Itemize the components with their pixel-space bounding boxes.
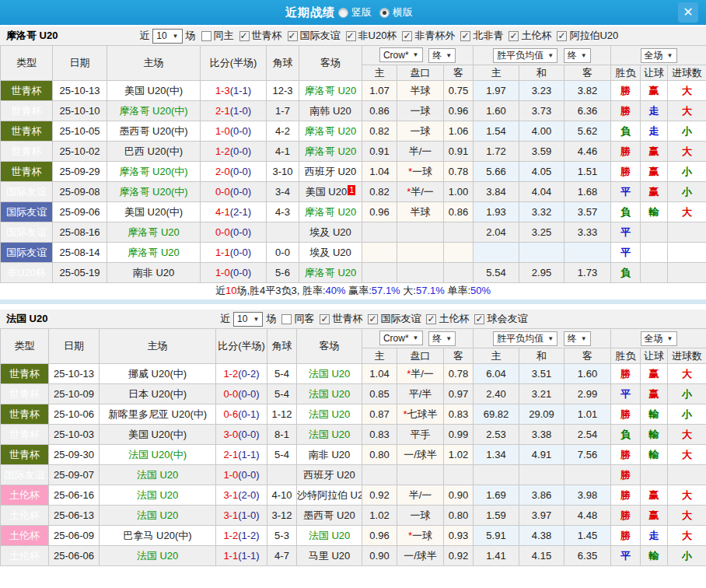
crow-final-select[interactable]: 终▼ — [428, 331, 456, 346]
away-team-name: 摩洛哥 U20 — [305, 267, 356, 278]
handicap-result-cell: 赢 — [641, 162, 668, 182]
handicap-cell: *一球 — [397, 162, 444, 182]
goals-cell: 大 — [668, 142, 706, 162]
layout-radio-label[interactable]: 横版 — [393, 5, 413, 19]
layout-radio-selected[interactable] — [379, 8, 390, 18]
avg-home-cell: 2.04 — [474, 222, 519, 243]
col-avg-draw: 和 — [519, 348, 564, 364]
goals-cell: 大 — [668, 81, 706, 101]
scope-select[interactable]: 全场▼ — [641, 331, 677, 346]
avg-final-value: 终 — [568, 49, 577, 62]
score-cell: 1-2(0-0) — [201, 142, 267, 162]
league-checkbox[interactable] — [509, 31, 519, 41]
home-team-cell: 摩洛哥 U20(中) — [107, 182, 201, 202]
fulltime-score: 1-0 — [223, 469, 238, 481]
corner-cell: 5-4 — [267, 445, 297, 465]
avg-source-select[interactable]: 胜平负均值▼ — [493, 331, 557, 346]
avg-draw-cell: 3.21 — [519, 384, 564, 404]
goals-cell: 大 — [668, 506, 706, 526]
crow-source-select[interactable]: Crow*▼ — [379, 47, 423, 62]
handicap-text: 七球半 — [407, 408, 438, 420]
league-checkbox[interactable] — [557, 31, 567, 41]
league-label: 非U20杯 — [358, 29, 397, 43]
league-label: 国际友谊 — [300, 29, 341, 43]
match-row: 世青杯25-10-09日本 U20(中)0-0(0-0)5-4法国 U200.8… — [1, 384, 706, 404]
home-team-cell: 法国 U20 — [100, 546, 216, 566]
match-row: 世青杯25-09-29摩洛哥 U20(中)2-0(0-0)3-10西班牙 U20… — [1, 162, 706, 182]
match-type-cell: 土伦杯 — [1, 526, 49, 546]
avg-source-value: 胜平负均值 — [497, 332, 543, 345]
league-checkbox[interactable] — [320, 314, 330, 324]
col-avg-home: 主 — [474, 348, 519, 364]
summary-segment: 50% — [470, 285, 491, 296]
handicap-result-cell: 輸 — [641, 445, 668, 465]
crow-source-select[interactable]: Crow*▼ — [379, 331, 423, 345]
close-button[interactable]: ✕ — [678, 2, 698, 23]
home-team-name: 摩洛哥 U20(中) — [119, 186, 187, 198]
handicap-result-cell: 輸 — [641, 404, 668, 425]
match-row: 非U20杯25-05-19南非 U201-0(0-0)5-6摩洛哥 U205.5… — [1, 263, 706, 283]
match-type-cell: 国际友谊 — [1, 182, 53, 202]
same-venue-checkbox[interactable] — [201, 31, 211, 41]
league-label: 国际友谊 — [380, 312, 421, 326]
chevron-down-icon: ▼ — [253, 316, 259, 323]
handicap-result-cell: 輸 — [641, 546, 668, 566]
handicap-cell: *半/一 — [397, 182, 444, 202]
league-checkbox[interactable] — [460, 31, 470, 41]
away-team-cell: 马里 U20 — [297, 546, 362, 566]
league-checkbox[interactable] — [474, 314, 484, 324]
home-team-cell: 巴拿马 U20(中) — [100, 526, 216, 546]
crow-final-value: 终 — [432, 332, 442, 345]
league-checkbox[interactable] — [402, 31, 412, 41]
match-date-cell: 25-09-29 — [53, 162, 107, 182]
fulltime-score: 3-1 — [223, 489, 238, 501]
match-type-cell: 国际友谊 — [1, 465, 49, 485]
halftime-score: (0-0) — [230, 267, 251, 278]
col-avg-away: 客 — [564, 348, 611, 364]
scope-select[interactable]: 全场▼ — [641, 48, 677, 63]
score-cell: 1-2(1-2) — [216, 526, 267, 546]
avg-home-cell: 5.54 — [474, 263, 519, 283]
match-row: 国际友谊25-09-06美国 U20(中)4-1(2-1)4-3摩洛哥 U200… — [1, 202, 706, 222]
layout-radio[interactable] — [338, 8, 348, 18]
league-checkbox[interactable] — [426, 314, 436, 324]
league-checkbox[interactable] — [239, 31, 250, 41]
league-checkbox[interactable] — [368, 314, 378, 324]
halftime-score: (0-0) — [230, 125, 251, 137]
avg-home-cell: 3.84 — [474, 182, 519, 202]
col-score: 比分(半场) — [201, 46, 267, 81]
halftime-score: (1-1) — [230, 85, 251, 96]
score-cell: 1-3(1-1) — [201, 81, 267, 101]
crow-home-odds-cell: 0.82 — [362, 121, 397, 142]
crow-away-odds-cell: 0.99 — [444, 425, 474, 445]
recent-count-select[interactable]: 10▼ — [233, 312, 263, 327]
avg-final-select[interactable]: 终▼ — [564, 48, 591, 63]
match-date-cell: 25-10-13 — [49, 364, 100, 384]
corner-cell: 5-4 — [267, 384, 297, 404]
home-team-name: 摩洛哥 U20 — [128, 226, 179, 238]
avg-odds-group: 胜平负均值▼ 终▼ — [474, 329, 611, 348]
away-team-name: 法国 U20 — [309, 530, 350, 541]
crow-home-odds-cell: 0.91 — [362, 142, 397, 162]
score-cell: 2-1(1-1) — [216, 445, 267, 465]
league-checkbox[interactable] — [346, 31, 356, 41]
handicap-result-cell — [641, 263, 668, 283]
goals-cell: 大 — [668, 445, 706, 465]
avg-away-cell: 3.98 — [564, 485, 611, 506]
fulltime-score: 4-1 — [215, 206, 230, 218]
layout-radio-label[interactable]: 竖版 — [351, 5, 372, 19]
home-team-name: 美国 U20(中) — [124, 206, 183, 218]
recent-count-select[interactable]: 10▼ — [152, 29, 182, 44]
avg-final-select[interactable]: 终▼ — [564, 331, 591, 346]
match-date-cell: 25-05-19 — [53, 263, 107, 283]
away-team-name: 马里 U20 — [309, 550, 350, 562]
fulltime-score: 1-1 — [215, 247, 230, 258]
match-row: 世青杯25-10-10摩洛哥 U20(中)2-1(1-0)1-7南韩 U200.… — [1, 101, 706, 121]
avg-source-select[interactable]: 胜平负均值▼ — [493, 48, 557, 63]
corner-cell: 4-10 — [267, 485, 297, 506]
same-venue-checkbox[interactable] — [281, 314, 292, 324]
recent-count-value: 10 — [237, 313, 247, 324]
section-divider — [0, 299, 706, 304]
league-checkbox[interactable] — [288, 31, 298, 41]
crow-final-select[interactable]: 终▼ — [428, 48, 456, 63]
